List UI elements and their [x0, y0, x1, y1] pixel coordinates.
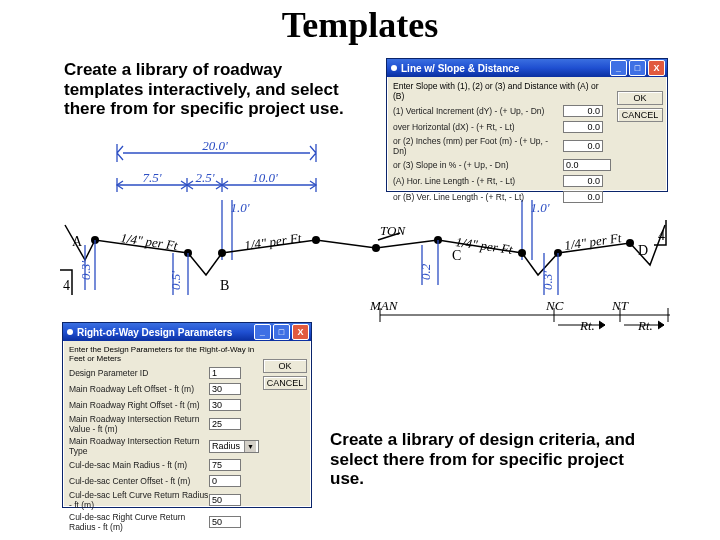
label-a: A: [72, 234, 83, 249]
ok-button[interactable]: OK: [263, 359, 307, 373]
minimize-icon[interactable]: _: [254, 324, 271, 340]
input-r6[interactable]: 0: [209, 475, 241, 487]
label-r4: or (3) Slope in % - (+ Up, - Dn): [393, 160, 563, 170]
dialog-titlebar[interactable]: Line w/ Slope & Distance _ □ X: [387, 59, 667, 77]
slope-4: 1/4" per Ft: [563, 230, 622, 253]
label-man: MAN: [369, 298, 399, 313]
svg-point-8: [626, 239, 634, 247]
svg-point-3: [312, 236, 320, 244]
page-title: Templates: [0, 4, 720, 46]
dialog-title: Right-of-Way Design Parameters: [77, 327, 232, 338]
svg-point-4: [372, 244, 380, 252]
dialog-titlebar[interactable]: Right-of-Way Design Parameters _ □ X: [63, 323, 311, 341]
label-r0: Design Parameter ID: [69, 368, 209, 378]
label-r1: Main Roadway Left Offset - ft (m): [69, 384, 209, 394]
label-r5: Cul-de-sac Main Radius - ft (m): [69, 460, 209, 470]
maximize-icon[interactable]: □: [273, 324, 290, 340]
label-r6: or (B) Ver. Line Length - (+ Rt, - Lt): [393, 192, 563, 202]
intro-text-2: Create a library of design criteria, and…: [330, 430, 660, 489]
label-r8: Cul-de-sac Right Curve Return Radius - f…: [69, 512, 209, 532]
label-r2: over Horizontal (dX) - (+ Rt, - Lt): [393, 122, 563, 132]
slope-3: 1/4" per Ft: [455, 234, 514, 257]
cancel-button[interactable]: CANCEL: [263, 376, 307, 390]
label-d: D: [638, 243, 648, 258]
input-r5[interactable]: 75: [209, 459, 241, 471]
svg-point-6: [518, 249, 526, 257]
slope-1: 1/4" per Ft: [120, 230, 179, 253]
input-r2[interactable]: 30: [209, 399, 241, 411]
input-r6[interactable]: 0.0: [563, 191, 603, 203]
dim-1a: 1.0': [230, 200, 249, 215]
v-05: 0.5': [168, 271, 183, 290]
label-nt: NT: [611, 298, 629, 313]
select-value: Radius: [212, 441, 240, 451]
label-r1: (1) Vertical Increment (dY) - (+ Up, - D…: [393, 106, 563, 116]
input-r1[interactable]: 30: [209, 383, 241, 395]
label-r3: Main Roadway Intersection Return Value -…: [69, 414, 209, 434]
input-r4[interactable]: 0.0: [563, 159, 611, 171]
v-02: 0.2: [418, 263, 433, 280]
input-r7[interactable]: 50: [209, 494, 241, 506]
label-r6: Cul-de-sac Center Offset - ft (m): [69, 476, 209, 486]
frac-4a: 4: [63, 278, 70, 293]
dim-2-5: 2.5': [195, 170, 214, 185]
label-r3: or (2) Inches (mm) per Foot (m) - (+ Up,…: [393, 136, 563, 156]
input-r2[interactable]: 0.0: [563, 121, 603, 133]
bullet-icon: [391, 65, 397, 71]
dim-7-5: 7.5': [142, 170, 161, 185]
input-r1[interactable]: 0.0: [563, 105, 603, 117]
frac-4b: 4: [658, 228, 665, 243]
dim-20: 20.0': [202, 140, 228, 153]
ok-button[interactable]: OK: [617, 91, 663, 105]
maximize-icon[interactable]: □: [629, 60, 646, 76]
minimize-icon[interactable]: _: [610, 60, 627, 76]
input-r3[interactable]: 0.0: [563, 140, 603, 152]
input-r0[interactable]: 1: [209, 367, 241, 379]
dialog-title: Line w/ Slope & Distance: [401, 63, 519, 74]
close-icon[interactable]: X: [648, 60, 665, 76]
chevron-down-icon: ▼: [244, 441, 256, 452]
label-r5: (A) Hor. Line Length - (+ Rt, - Lt): [393, 176, 563, 186]
label-r7: Cul-de-sac Left Curve Return Radius - ft…: [69, 490, 209, 510]
v-03b: 0.3': [540, 271, 555, 290]
cancel-button[interactable]: CANCEL: [617, 108, 663, 122]
close-icon[interactable]: X: [292, 324, 309, 340]
slope-distance-dialog: Line w/ Slope & Distance _ □ X Enter Slo…: [386, 58, 668, 192]
label-c: C: [452, 248, 461, 263]
label-r2: Main Roadway Right Offset - ft (m): [69, 400, 209, 410]
dialog-intro: Enter Slope with (1), (2) or (3) and Dis…: [393, 81, 611, 101]
slope-2: 1/4" per Ft: [243, 230, 302, 253]
label-nc: NC: [545, 298, 564, 313]
intro-text-1: Create a library of roadway templates in…: [64, 60, 364, 119]
input-r5[interactable]: 0.0: [563, 175, 603, 187]
dialog-intro: Enter the Design Parameters for the Righ…: [69, 345, 259, 363]
dim-10: 10.0': [252, 170, 278, 185]
label-b: B: [220, 278, 229, 293]
svg-point-2: [218, 249, 226, 257]
label-r4: Main Roadway Intersection Return Type: [69, 436, 209, 456]
bullet-icon: [67, 329, 73, 335]
right-of-way-dialog: Right-of-Way Design Parameters _ □ X Ent…: [62, 322, 312, 508]
input-r3[interactable]: 25: [209, 418, 241, 430]
return-type-select[interactable]: Radius ▼: [209, 440, 259, 453]
input-r8[interactable]: 50: [209, 516, 241, 528]
